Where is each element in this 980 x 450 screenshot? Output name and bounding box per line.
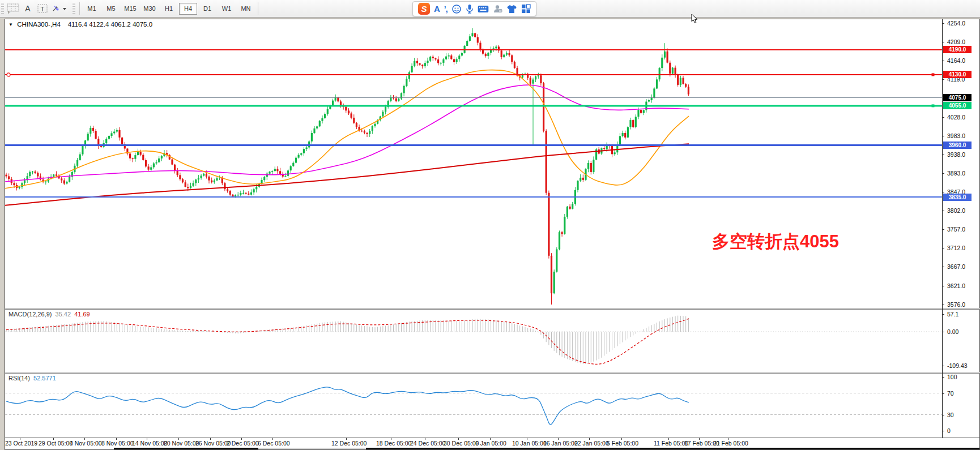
y-axis-tick-label: 57.1 xyxy=(947,311,958,318)
ime-toolbar: S A ’, xyxy=(412,1,536,16)
account-icon[interactable] xyxy=(493,4,502,14)
timeframe-w1-button[interactable]: W1 xyxy=(218,3,236,15)
x-axis-label: 21 Feb 05:00 xyxy=(713,440,748,447)
toolbar-drag-handle[interactable] xyxy=(1,3,4,14)
timeframe-m15-button[interactable]: M15 xyxy=(121,3,139,15)
emoji-icon[interactable] xyxy=(451,4,462,14)
y-axis-tick-label: 4254.0 xyxy=(947,20,965,27)
y-axis-tick xyxy=(942,117,944,118)
punctuation-icon[interactable]: ’, xyxy=(444,5,448,14)
font-a-icon[interactable]: A xyxy=(434,4,440,14)
y-axis-tick xyxy=(942,61,944,61)
x-axis-label: 26 Nov 05:00 xyxy=(195,440,231,447)
symbol-period-label: CHINA300-,H4 xyxy=(17,21,61,28)
text-label-button[interactable]: A xyxy=(20,2,35,15)
timeframe-m5-button[interactable]: M5 xyxy=(102,3,120,15)
y-axis-tick xyxy=(942,155,944,155)
macd-svg[interactable] xyxy=(5,309,942,372)
y-axis-tick-label: 70 xyxy=(947,390,954,397)
macd-main-value: 35.42 xyxy=(56,311,71,318)
y-axis-tick xyxy=(942,211,944,211)
time-axis-border xyxy=(5,438,980,438)
y-axis-tick-label: 4209.0 xyxy=(947,38,965,45)
keyboard-icon[interactable] xyxy=(478,5,489,13)
macd-signal-value: 41.69 xyxy=(74,311,90,318)
x-axis-label: 2 Dec 05:00 xyxy=(227,440,259,447)
x-axis-label: 11 Feb 05:00 xyxy=(654,440,688,447)
x-axis-label: 20 Nov 05:00 xyxy=(164,440,199,447)
y-axis-tick xyxy=(942,267,944,267)
x-axis-label: 14 Nov 05:00 xyxy=(132,440,167,447)
y-axis-tick xyxy=(942,173,944,174)
line-handle-icon[interactable] xyxy=(932,73,935,76)
menu-grid-icon[interactable] xyxy=(521,4,531,14)
y-axis-tick xyxy=(942,248,944,248)
timeframe-h4-button[interactable]: H4 xyxy=(179,3,197,15)
timeframe-m1-button[interactable]: M1 xyxy=(83,3,101,15)
line-handle-icon[interactable] xyxy=(932,104,935,107)
y-axis-tick-label: 3576.0 xyxy=(947,301,965,308)
timeframe-d1-button[interactable]: D1 xyxy=(198,3,216,15)
y-axis-tick-label: 30 xyxy=(947,412,954,418)
h-scrollbar-left[interactable] xyxy=(114,448,258,449)
pane-splitter-macd[interactable] xyxy=(5,308,980,310)
x-axis-label: 23 Oct 2019 xyxy=(5,440,37,447)
price-level-badge: 4055.0 xyxy=(943,102,972,109)
y-axis-tick xyxy=(942,286,944,286)
toolbar-separator xyxy=(258,2,258,15)
chart-style-button[interactable] xyxy=(50,2,69,15)
main-plot-svg[interactable] xyxy=(5,19,942,308)
price-level-badge: 3835.0 xyxy=(943,194,972,201)
line-handle-icon[interactable] xyxy=(7,73,10,76)
timeframe-mn-button[interactable]: MN xyxy=(237,3,255,15)
pane-splitter-rsi[interactable] xyxy=(5,372,980,374)
x-axis-label: 6 Dec 05:00 xyxy=(258,440,290,447)
y-axis-tick xyxy=(942,415,944,415)
y-axis-tick xyxy=(942,393,944,394)
x-axis-label: 12 Dec 05:00 xyxy=(331,440,367,447)
rsi-value: 52.5771 xyxy=(33,375,56,382)
rsi-svg[interactable] xyxy=(5,373,942,438)
y-axis-tick-label: 3938.0 xyxy=(947,151,965,158)
mouse-cursor xyxy=(691,14,699,27)
chart-window[interactable]: ▼ CHINA300-,H4 4116.4 4122.4 4061.2 4075… xyxy=(5,19,980,450)
x-axis-label: 29 Oct 05:00 xyxy=(39,440,73,447)
y-axis-tick-label: -109.43 xyxy=(947,362,968,369)
y-axis-tick xyxy=(942,305,944,305)
h-scrollbar-thumb[interactable] xyxy=(258,448,366,449)
y-axis-tick xyxy=(942,192,944,192)
text-box-button[interactable]: T xyxy=(35,2,50,15)
x-axis-label: 22 Jan 05:00 xyxy=(574,440,609,447)
grid-template-icon: F xyxy=(7,3,19,14)
x-axis-label: 10 Jan 05:00 xyxy=(512,440,547,447)
rsi-line xyxy=(6,387,689,425)
y-axis-tick-label: 4164.0 xyxy=(947,57,965,64)
h-scrollbar-right[interactable] xyxy=(366,448,979,449)
x-axis-label: 24 Dec 05:00 xyxy=(410,440,445,447)
y-axis-tick xyxy=(942,79,944,80)
timeframe-h1-button[interactable]: H1 xyxy=(160,3,178,15)
trading-terminal: F A T M1M5M15M30H1H4D1W1MN S A ’ xyxy=(0,0,980,450)
sogou-logo[interactable]: S xyxy=(418,3,430,15)
timeframe-m30-button[interactable]: M30 xyxy=(140,3,159,15)
svg-text:F: F xyxy=(8,10,10,14)
y-axis-tick-label: 100 xyxy=(947,374,957,380)
indicators-button[interactable]: F xyxy=(6,2,20,15)
collapse-triangle-icon[interactable]: ▼ xyxy=(8,22,13,27)
y-axis-tick xyxy=(942,23,944,24)
y-axis-tick xyxy=(942,431,944,431)
x-axis-label: 5 Feb 05:00 xyxy=(607,440,638,447)
x-axis-label: 30 Dec 05:00 xyxy=(444,440,479,447)
y-axis-tick-label: 3802.0 xyxy=(947,207,965,214)
macd-label: MACD(12,26,9) 35.42 41.69 xyxy=(8,311,90,318)
skin-icon[interactable] xyxy=(506,5,517,14)
ma-fast-magenta xyxy=(5,85,689,182)
x-axis-label: 8 Nov 05:00 xyxy=(101,440,134,447)
y-axis-tick xyxy=(942,366,944,366)
price-level-badge: 4190.0 xyxy=(943,46,972,53)
toolbar-drag-handle[interactable] xyxy=(73,3,75,14)
boxed-t-icon: T xyxy=(37,3,48,14)
price-level-badge: 3960.0 xyxy=(943,142,972,149)
microphone-icon[interactable] xyxy=(466,4,474,14)
y-axis-tick-label: 3621.0 xyxy=(947,282,965,289)
